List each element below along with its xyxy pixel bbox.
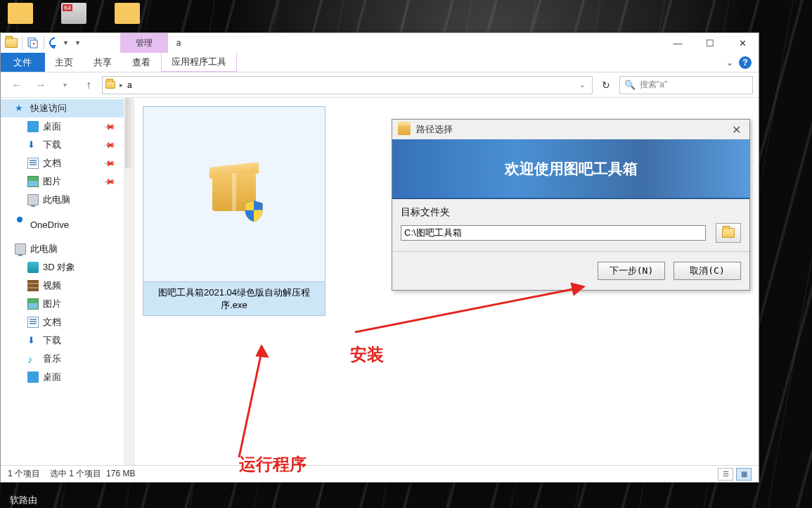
sidebar-item-label: OneDrive (30, 220, 69, 230)
pin-icon: 📌 (102, 174, 115, 188)
history-dropdown-icon[interactable]: ▾ (54, 76, 75, 94)
maximize-button[interactable]: ☐ (694, 33, 726, 53)
system-menu-icon[interactable] (4, 35, 19, 51)
search-icon: 🔍 (624, 80, 636, 90)
installer-title-bar[interactable]: 路径选择 ✕ (392, 120, 749, 139)
address-bar[interactable]: ▸ a ⌄ (102, 76, 593, 94)
up-button[interactable]: ↑ (78, 76, 99, 94)
undo-dropdown-icon[interactable]: ▼ (63, 39, 69, 46)
annotation-arrow (232, 345, 274, 466)
sidebar-item-quick-access[interactable]: ★ 快速访问 (1, 99, 134, 118)
annotation-arrow (352, 281, 591, 340)
svg-marker-6 (571, 283, 585, 296)
installer-banner: 欢迎使用图吧工具箱 (392, 139, 749, 199)
video-icon (27, 280, 39, 291)
qat-properties-icon[interactable] (25, 35, 41, 51)
target-path-input[interactable] (401, 225, 706, 241)
browse-button[interactable] (716, 223, 741, 243)
sidebar-item-label: 桌面 (43, 371, 61, 383)
search-box[interactable]: 🔍 搜索"a" (619, 76, 753, 94)
sidebar-item-label: 快速访问 (30, 102, 67, 115)
cube-icon (27, 262, 39, 273)
sidebar-item-this-pc[interactable]: 此电脑 (1, 240, 134, 258)
taskbar-item-label[interactable]: 软路由 (10, 494, 37, 507)
breadcrumb-item[interactable]: a (127, 80, 132, 90)
folder-icon (722, 228, 735, 238)
sidebar-item-music[interactable]: ♪ 音乐 (1, 350, 134, 368)
address-dropdown-icon[interactable]: ⌄ (575, 81, 589, 89)
expand-ribbon-icon[interactable]: ⌄ (726, 58, 733, 68)
sidebar-item-label: 文档 (43, 157, 61, 170)
sidebar-item-onedrive[interactable]: OneDrive (1, 216, 134, 233)
sidebar-item-label: 桌面 (43, 120, 61, 133)
svg-marker-4 (256, 345, 269, 357)
file-item[interactable]: 图吧工具箱2021.04绿色版自动解压程序.exe (143, 106, 326, 316)
download-icon: ⬇ (27, 335, 39, 346)
refresh-button[interactable]: ↻ (595, 76, 617, 94)
tab-view[interactable]: 查看 (122, 53, 161, 72)
close-button[interactable]: ✕ (726, 33, 759, 53)
sidebar-item-pictures[interactable]: 图片 📌 (1, 172, 134, 191)
target-folder-label: 目标文件夹 (401, 206, 741, 219)
desktop-icon[interactable] (112, 3, 142, 32)
minimize-button[interactable]: — (662, 33, 694, 53)
window-controls: — ☐ ✕ (662, 33, 759, 53)
installer-title: 路径选择 (416, 123, 453, 136)
desktop-icon[interactable] (6, 3, 35, 32)
uac-shield-icon (243, 200, 264, 222)
document-icon (27, 317, 39, 328)
pc-icon (15, 243, 26, 255)
next-button[interactable]: 下一步(N) (598, 262, 665, 280)
picture-icon (27, 176, 39, 187)
help-icon[interactable]: ? (739, 56, 752, 69)
folder-icon (105, 81, 115, 89)
address-separator-icon[interactable]: ▸ (120, 81, 123, 89)
sidebar-item-downloads[interactable]: ⬇ 下载 (1, 331, 134, 350)
sidebar-item-pictures[interactable]: 图片 (1, 295, 134, 313)
sidebar-item-downloads[interactable]: ⬇ 下载 📌 (1, 136, 134, 154)
sidebar-item-label: 此电脑 (30, 243, 58, 255)
sidebar-scrollbar[interactable] (124, 98, 134, 465)
sidebar-item-videos[interactable]: 视频 (1, 277, 134, 295)
document-icon (27, 158, 39, 169)
qat-customize-icon[interactable]: ▼ (75, 39, 81, 46)
tab-share[interactable]: 共享 (84, 53, 122, 72)
title-bar: ▼ ▼ 管理 a — ☐ ✕ (1, 33, 759, 53)
separator (22, 37, 22, 49)
sidebar-item-documents[interactable]: 文档 📌 (1, 154, 134, 172)
window-title: a (168, 33, 190, 53)
svg-point-2 (33, 43, 35, 45)
sidebar-item-desktop[interactable]: 桌面 📌 (1, 118, 134, 136)
sidebar-item-label: 图片 (43, 298, 61, 310)
package-icon (398, 124, 411, 135)
undo-icon[interactable] (47, 35, 63, 51)
sidebar-item-desktop[interactable]: 桌面 (1, 368, 134, 386)
cancel-button[interactable]: 取消(C) (674, 262, 741, 280)
desktop-icon[interactable] (59, 3, 89, 32)
tab-home[interactable]: 主页 (45, 53, 84, 72)
desktop-icons (6, 3, 142, 32)
view-large-icons-button[interactable]: ▦ (736, 468, 752, 481)
installer-dialog: 路径选择 ✕ 欢迎使用图吧工具箱 目标文件夹 下一步(N) 取消(C) (392, 119, 750, 291)
music-icon: ♪ (27, 353, 39, 364)
sidebar-item-this-pc[interactable]: 此电脑 (1, 191, 134, 209)
view-details-button[interactable]: ☰ (718, 468, 733, 481)
tab-app-tools[interactable]: 应用程序工具 (161, 53, 237, 72)
forward-button[interactable]: → (30, 76, 51, 94)
file-thumbnail (143, 106, 326, 282)
annotation-install: 安装 (350, 343, 384, 366)
picture-icon (27, 298, 39, 310)
quick-access-toolbar: ▼ ▼ (1, 33, 81, 53)
sidebar-item-label: 下载 (43, 334, 61, 347)
back-button[interactable]: ← (6, 76, 27, 94)
pc-icon (27, 194, 39, 205)
sidebar-item-label: 下载 (43, 139, 61, 151)
star-icon: ★ (15, 103, 26, 114)
tab-file[interactable]: 文件 (1, 53, 45, 72)
search-placeholder: 搜索"a" (640, 79, 667, 91)
sidebar-item-documents[interactable]: 文档 (1, 313, 134, 331)
svg-line-5 (355, 288, 576, 332)
close-button[interactable]: ✕ (729, 123, 744, 136)
sidebar-item-3d-objects[interactable]: 3D 对象 (1, 258, 134, 277)
file-name: 图吧工具箱2021.04绿色版自动解压程序.exe (143, 282, 326, 316)
